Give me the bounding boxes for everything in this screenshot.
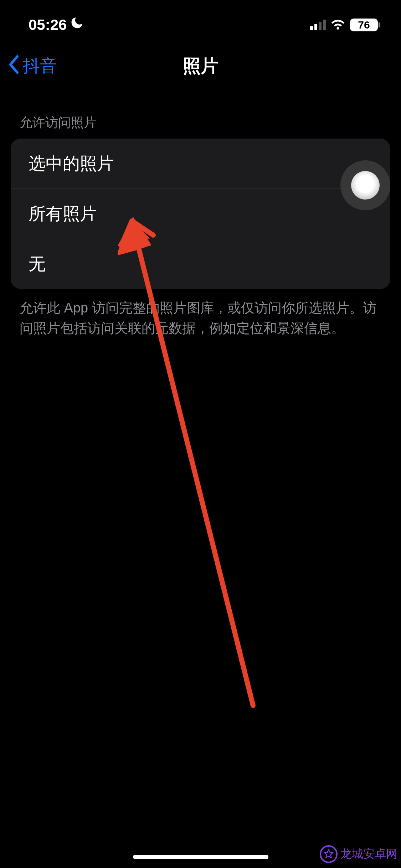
home-indicator[interactable] (133, 855, 268, 859)
photo-access-options: 选中的照片 所有照片 无 (11, 139, 390, 289)
option-label: 无 (29, 253, 46, 275)
battery-level: 76 (358, 19, 370, 31)
status-right: 76 (310, 19, 383, 31)
page-title: 照片 (183, 54, 219, 78)
assistive-touch-button[interactable] (340, 160, 390, 210)
status-time: 05:26 (29, 16, 67, 33)
option-label: 选中的照片 (29, 152, 114, 175)
wifi-icon (331, 19, 345, 31)
back-label: 抖音 (23, 55, 57, 77)
navigation-bar: 抖音 照片 (0, 43, 401, 89)
watermark: 龙城安卓网 (320, 845, 397, 863)
option-none[interactable]: 无 (11, 239, 390, 289)
do-not-disturb-icon (71, 17, 84, 33)
cellular-signal-icon (310, 20, 326, 30)
watermark-text: 龙城安卓网 (340, 846, 397, 862)
option-all-photos[interactable]: 所有照片 (11, 189, 390, 239)
option-selected-photos[interactable]: 选中的照片 (11, 139, 390, 189)
back-button[interactable]: 抖音 (7, 55, 57, 77)
section-header: 允许访问照片 (0, 89, 401, 139)
watermark-icon (320, 845, 338, 863)
section-footer: 允许此 App 访问完整的照片图库，或仅访问你所选照片。访问照片包括访问关联的元… (0, 289, 401, 347)
assistive-touch-icon (351, 171, 380, 200)
chevron-left-icon (7, 55, 20, 77)
option-label: 所有照片 (29, 202, 97, 225)
status-bar: 05:26 76 (0, 0, 401, 43)
battery-indicator: 76 (350, 19, 378, 31)
status-left: 05:26 (18, 16, 84, 33)
